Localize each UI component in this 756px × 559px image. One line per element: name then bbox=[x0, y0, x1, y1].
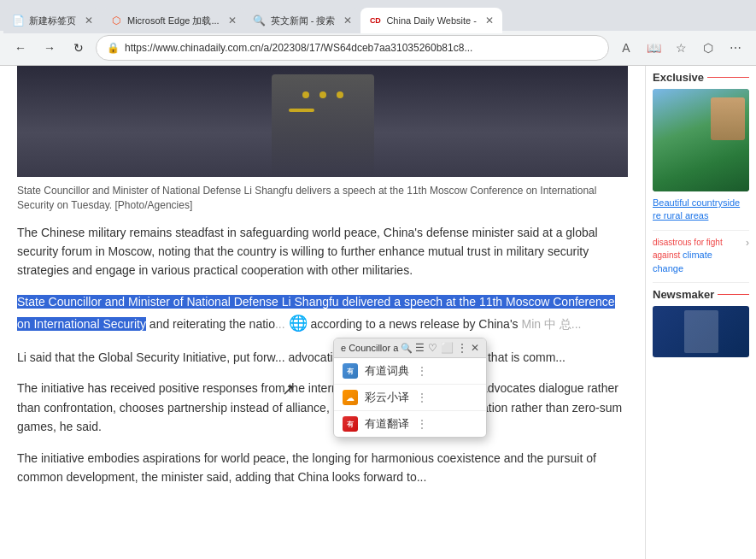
selection-popup: e Councillor a 🔍 ☰ ♡ ⬜ ⋮ ✕ 有 有道词典 ⋮ ☁ 彩云… bbox=[333, 338, 487, 438]
address-bar-row: ← → ↻ 🔒 https://www.chinadaily.com.cn/a/… bbox=[0, 31, 756, 65]
tab-close-china-daily[interactable]: ✕ bbox=[485, 15, 494, 26]
cd-favicon: CD bbox=[369, 15, 381, 26]
sidebar: Exclusive China's n countryside 神奇乡 Beau… bbox=[645, 66, 756, 559]
sidebar-image-card[interactable]: China's n countryside 神奇乡 bbox=[653, 89, 749, 191]
close-icon[interactable]: ✕ bbox=[471, 342, 479, 354]
toolbar-icons: A 📖 ☆ ⬡ ⋯ bbox=[614, 36, 747, 60]
article-paragraph-4: The initiative has received positive res… bbox=[17, 379, 628, 436]
youdao-trans-label: 有道翻译 bbox=[365, 416, 409, 432]
sidebar-chevron-1[interactable]: › bbox=[746, 236, 749, 250]
main-article: State Councillor and Minister of Nationa… bbox=[0, 66, 645, 559]
tab-close-search[interactable]: ✕ bbox=[343, 15, 352, 26]
sidebar-text-content-1: disastrous for fight against climate cha… bbox=[653, 236, 746, 275]
more-options-icon[interactable]: ⋮ bbox=[457, 342, 467, 354]
newsmaker-section: Newsmaker bbox=[653, 282, 749, 357]
tab-label-china-daily: China Daily Website - bbox=[386, 15, 477, 26]
caiyun-icon: ☁ bbox=[343, 390, 358, 405]
collections-icon[interactable]: ⬡ bbox=[696, 36, 720, 60]
article-caption: State Councillor and Minister of Nationa… bbox=[17, 184, 628, 213]
tab-close-ms-edge[interactable]: ✕ bbox=[228, 15, 237, 26]
tab-bar: 📄 新建标签页 ✕ ⬡ Microsoft Edge 加载... ✕ 🔍 英文新… bbox=[0, 0, 756, 31]
popup-item-caiyun[interactable]: ☁ 彩云小译 ⋮ bbox=[334, 385, 486, 411]
newsmaker-line bbox=[718, 294, 749, 295]
article-image bbox=[17, 66, 628, 177]
fullscreen-icon[interactable]: ⬜ bbox=[441, 342, 454, 354]
tab-ms-edge[interactable]: ⬡ Microsoft Edge 加载... ✕ bbox=[102, 8, 245, 33]
popup-item-youdao-dict[interactable]: 有 有道词典 ⋮ bbox=[334, 358, 486, 385]
tab-label-search: 英文新闻 - 搜索 bbox=[271, 15, 336, 27]
article-paragraph-3: Li said that the Global Security Initiat… bbox=[17, 348, 628, 367]
browser-chrome: 📄 新建标签页 ✕ ⬡ Microsoft Edge 加载... ✕ 🔍 英文新… bbox=[0, 0, 756, 66]
exclusive-title: Exclusive bbox=[653, 71, 749, 84]
article-paragraph-1: The Chinese military remains steadfast i… bbox=[17, 223, 628, 280]
caiyun-dots: ⋮ bbox=[416, 391, 428, 404]
youdao-trans-icon: 有 bbox=[343, 416, 358, 432]
search-favicon: 🔍 bbox=[254, 15, 266, 26]
tab-label-new-tab: 新建标签页 bbox=[29, 15, 76, 27]
tab-china-daily[interactable]: CD China Daily Website - ✕ bbox=[360, 8, 502, 33]
article-paragraph-5: The initiative embodies aspirations for … bbox=[17, 449, 628, 487]
favorites-icon[interactable]: ☆ bbox=[669, 36, 693, 60]
title-line bbox=[707, 77, 749, 78]
heart-icon[interactable]: ♡ bbox=[428, 342, 437, 354]
newsmaker-label: Newsmaker bbox=[653, 288, 714, 301]
address-bar[interactable]: 🔒 https://www.chinadaily.com.cn/a/202308… bbox=[96, 35, 609, 61]
menu-icon[interactable]: ☰ bbox=[415, 342, 425, 354]
popup-header: e Councillor a 🔍 ☰ ♡ ⬜ ⋮ ✕ bbox=[334, 338, 486, 358]
popup-header-icons: ☰ ♡ ⬜ ⋮ ✕ bbox=[415, 342, 479, 354]
exclusive-label: Exclusive bbox=[653, 71, 704, 84]
read-mode-icon[interactable]: 📖 bbox=[642, 36, 665, 60]
ms-edge-favicon: ⬡ bbox=[110, 15, 122, 26]
popup-item-youdao-trans[interactable]: 有 有道翻译 ⋮ bbox=[334, 411, 486, 437]
popup-title: e Councillor a bbox=[341, 343, 398, 353]
reload-button[interactable]: ↻ bbox=[67, 36, 91, 60]
back-button[interactable]: ← bbox=[9, 36, 32, 60]
url-text: https://www.chinadaily.com.cn/a/202308/1… bbox=[125, 42, 472, 54]
caiyun-label: 彩云小译 bbox=[365, 390, 409, 405]
tab-close-new-tab[interactable]: ✕ bbox=[85, 15, 93, 26]
tab-label-ms-edge: Microsoft Edge 加载... bbox=[127, 15, 220, 27]
sidebar-text-item-1: disastrous for fight against climate cha… bbox=[653, 236, 749, 275]
page-content: State Councillor and Minister of Nationa… bbox=[0, 66, 756, 559]
youdao-trans-dots: ⋮ bbox=[416, 417, 428, 431]
newsmaker-image bbox=[653, 306, 749, 357]
new-tab-favicon: 📄 bbox=[12, 15, 24, 26]
tab-new-tab[interactable]: 📄 新建标签页 ✕ bbox=[3, 8, 102, 33]
forward-button[interactable]: → bbox=[38, 36, 62, 60]
article-paragraph-2: State Councillor and Minister of Nationa… bbox=[17, 292, 628, 336]
search-icon-small[interactable]: 🔍 bbox=[401, 343, 413, 354]
youdao-dict-icon: 有 bbox=[343, 363, 358, 379]
youdao-dict-dots: ⋮ bbox=[416, 364, 428, 378]
translate-icon[interactable]: A bbox=[614, 36, 638, 60]
tab-search[interactable]: 🔍 英文新闻 - 搜索 ✕ bbox=[245, 8, 361, 33]
youdao-dict-label: 有道词典 bbox=[365, 363, 409, 379]
sidebar-section2: disastrous for fight against climate cha… bbox=[653, 230, 749, 275]
newsmaker-title: Newsmaker bbox=[653, 288, 749, 301]
sidebar-link-countryside[interactable]: Beautiful countryside re rural areas bbox=[653, 197, 749, 223]
more-icon[interactable]: ⋯ bbox=[724, 36, 747, 60]
